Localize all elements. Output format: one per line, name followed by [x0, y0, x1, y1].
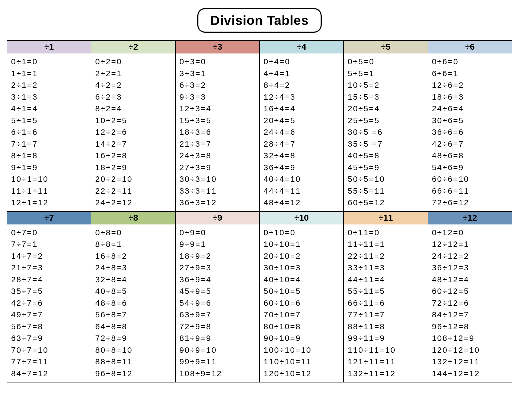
equation-row: 24÷4=6 — [264, 126, 342, 138]
equation-row: 144÷12=12 — [432, 368, 510, 379]
equation-row: 32÷8=4 — [95, 274, 173, 285]
equation-row: 132÷11=12 — [348, 368, 426, 379]
equation-row: 44÷4=11 — [264, 185, 342, 197]
equation-row: 22÷11=2 — [348, 250, 426, 262]
equation-row: 72÷6=12 — [432, 197, 510, 209]
equation-row: 12÷6=2 — [432, 79, 510, 91]
equation-row: 88÷11=8 — [348, 321, 426, 332]
header-div-2: ÷2 — [91, 41, 175, 53]
body-div-3: 0÷3=03÷3=16÷3=29÷3=312÷3=415÷3=518÷3=621… — [175, 53, 260, 211]
body-div-5: 0÷5=05÷5=110÷5=215÷5=320÷5=425÷5=530÷5 =… — [344, 53, 428, 211]
equation-row: 10÷5=2 — [348, 79, 426, 91]
body-row-bottom: 0÷7=07÷7=114÷7=221÷7=328÷7=435÷7=542÷7=6… — [7, 224, 512, 382]
equation-row: 0÷1=0 — [11, 56, 89, 68]
equation-row: 42÷7=6 — [11, 297, 89, 309]
equation-row: 0÷8=0 — [95, 227, 173, 238]
equation-row: 24÷12=2 — [432, 250, 510, 262]
equation-row: 0÷10=0 — [264, 227, 342, 238]
equation-row: 90÷9=10 — [179, 344, 258, 356]
body-div-9: 0÷9=09÷9=118÷9=227÷9=336÷9=445÷9=554÷9=6… — [175, 224, 260, 382]
equation-row: 48÷4=12 — [264, 197, 342, 209]
equation-row: 35÷7=5 — [11, 285, 89, 297]
header-div-1: ÷1 — [7, 41, 91, 53]
equation-row: 0÷7=0 — [11, 227, 89, 238]
equation-row: 40÷10=4 — [264, 274, 342, 285]
equation-row: 8÷1=8 — [11, 150, 89, 162]
equation-row: 108÷12=9 — [432, 332, 510, 344]
equation-row: 80÷10=8 — [264, 321, 342, 332]
equation-row: 18÷9=2 — [179, 250, 258, 262]
title-container: Division Tables — [7, 8, 512, 33]
equation-row: 33÷11=3 — [348, 262, 426, 274]
equation-row: 20÷4=5 — [264, 115, 342, 126]
equation-row: 99÷9=11 — [179, 356, 258, 368]
equation-row: 3÷3=1 — [179, 68, 258, 79]
header-div-6: ÷6 — [428, 41, 512, 53]
equation-row: 60÷10=6 — [264, 297, 342, 309]
equation-row: 64÷8=8 — [95, 321, 173, 332]
equation-row: 21÷3=7 — [179, 138, 258, 150]
equation-row: 0÷6=0 — [432, 56, 510, 68]
equation-row: 16÷8=2 — [95, 250, 173, 262]
equation-row: 11÷1=11 — [11, 185, 89, 197]
equation-row: 55÷5=11 — [348, 185, 426, 197]
header-div-5: ÷5 — [344, 41, 428, 53]
equation-row: 96÷12=8 — [432, 321, 510, 332]
equation-row: 20÷5=4 — [348, 103, 426, 115]
equation-row: 25÷5=5 — [348, 115, 426, 126]
equation-row: 0÷3=0 — [179, 56, 258, 68]
equation-row: 66÷6=11 — [432, 185, 510, 197]
equation-row: 88÷8=11 — [95, 356, 173, 368]
division-tables-grid: ÷1 ÷2 ÷3 ÷4 ÷5 ÷6 0÷1=01÷1=12÷1=23÷1=34÷… — [7, 40, 512, 382]
equation-row: 48÷12=4 — [432, 274, 510, 285]
equation-row: 80÷8=10 — [95, 344, 173, 356]
body-div-10: 0÷10=010÷10=120÷10=230÷10=340÷10=450÷10=… — [260, 224, 344, 382]
equation-row: 6÷1=6 — [11, 126, 89, 138]
equation-row: 0÷4=0 — [264, 56, 342, 68]
equation-row: 54÷9=6 — [179, 297, 258, 309]
equation-row: 30÷10=3 — [264, 262, 342, 274]
equation-row: 60÷12=5 — [432, 285, 510, 297]
equation-row: 40÷8=5 — [95, 285, 173, 297]
header-div-9: ÷9 — [175, 211, 260, 224]
equation-row: 48÷8=6 — [95, 297, 173, 309]
body-div-12: 0÷12=012÷12=124÷12=236÷12=348÷12=460÷12=… — [428, 224, 512, 382]
equation-row: 24÷3=8 — [179, 150, 258, 162]
equation-row: 12÷3=4 — [179, 103, 258, 115]
equation-row: 77÷11=7 — [348, 309, 426, 321]
equation-row: 49÷7=7 — [11, 309, 89, 321]
equation-row: 14÷7=2 — [11, 250, 89, 262]
equation-row: 28÷4=7 — [264, 138, 342, 150]
equation-row: 4÷1=4 — [11, 103, 89, 115]
equation-row: 36÷6=6 — [432, 126, 510, 138]
equation-row: 10÷2=5 — [95, 115, 173, 126]
equation-row: 72÷12=6 — [432, 297, 510, 309]
equation-row: 45÷5=9 — [348, 162, 426, 173]
equation-row: 20÷10=2 — [264, 250, 342, 262]
body-div-7: 0÷7=07÷7=114÷7=221÷7=328÷7=435÷7=542÷7=6… — [7, 224, 91, 382]
equation-row: 0÷5=0 — [348, 56, 426, 68]
equation-row: 8÷4=2 — [264, 79, 342, 91]
equation-row: 121÷11=11 — [348, 356, 426, 368]
equation-row: 100÷10=10 — [264, 344, 342, 356]
equation-row: 132÷12=11 — [432, 356, 510, 368]
body-div-1: 0÷1=01÷1=12÷1=23÷1=34÷1=45÷1=56÷1=67÷1=7… — [7, 53, 91, 211]
equation-row: 5÷1=5 — [11, 115, 89, 126]
equation-row: 0÷9=0 — [179, 227, 258, 238]
equation-row: 18÷3=6 — [179, 126, 258, 138]
equation-row: 0÷2=0 — [95, 56, 173, 68]
equation-row: 36÷9=4 — [179, 274, 258, 285]
equation-row: 50÷10=5 — [264, 285, 342, 297]
equation-row: 30÷5 =6 — [348, 126, 426, 138]
equation-row: 54÷6=9 — [432, 162, 510, 173]
equation-row: 70÷10=7 — [264, 309, 342, 321]
equation-row: 8÷8=1 — [95, 238, 173, 250]
header-div-7: ÷7 — [7, 211, 91, 224]
body-div-8: 0÷8=08÷8=116÷8=224÷8=332÷8=440÷8=548÷8=6… — [91, 224, 175, 382]
equation-row: 11÷11=1 — [348, 238, 426, 250]
equation-row: 6÷3=2 — [179, 79, 258, 91]
equation-row: 70÷7=10 — [11, 344, 89, 356]
equation-row: 66÷11=6 — [348, 297, 426, 309]
equation-row: 120÷10=12 — [264, 368, 342, 379]
equation-row: 44÷11=4 — [348, 274, 426, 285]
